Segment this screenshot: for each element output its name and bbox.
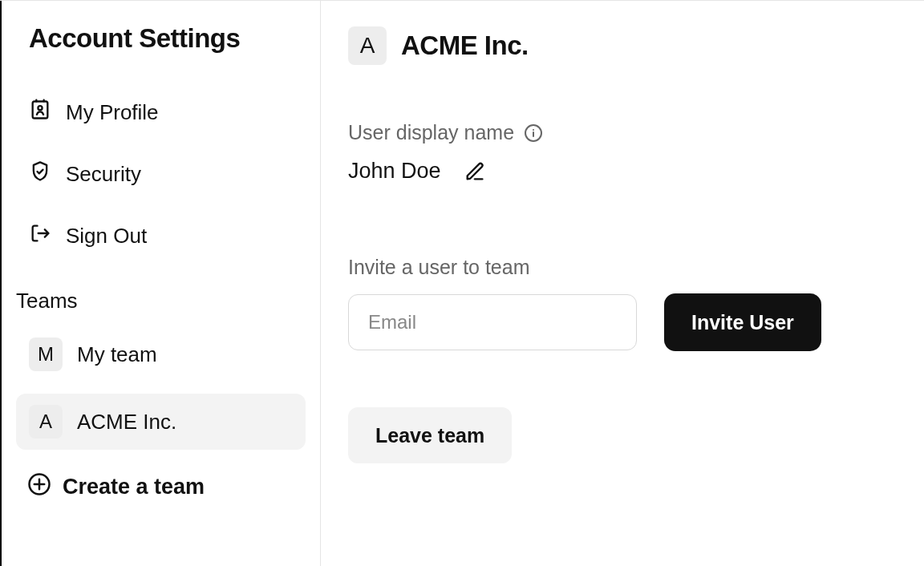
team-item-label: ACME Inc. [77, 410, 176, 435]
create-team-label: Create a team [63, 475, 205, 499]
invite-user-button[interactable]: Invite User [664, 293, 821, 351]
sidebar-item-security[interactable]: Security [16, 151, 306, 198]
sidebar-item-my-profile[interactable]: My Profile [16, 89, 306, 136]
team-header: A ACME Inc. [348, 26, 897, 65]
invite-label: Invite a user to team [348, 256, 897, 279]
signout-icon [29, 222, 51, 250]
invite-email-input[interactable] [348, 294, 637, 350]
create-team-button[interactable]: Create a team [16, 461, 306, 513]
display-name-row: John Doe [348, 159, 897, 184]
profile-icon [29, 99, 51, 127]
avatar: A [348, 26, 387, 65]
plus-circle-icon [27, 472, 51, 502]
info-icon[interactable] [524, 123, 543, 143]
invite-row: Invite User [348, 293, 897, 351]
sidebar: Account Settings My Profile Security [0, 1, 321, 566]
display-name-value: John Doe [348, 159, 441, 184]
display-name-label: User display name [348, 121, 897, 144]
team-item-acme[interactable]: A ACME Inc. [16, 394, 306, 450]
edit-icon[interactable] [464, 160, 486, 183]
sidebar-item-label: My Profile [66, 100, 159, 125]
avatar: M [29, 338, 63, 371]
sidebar-item-label: Sign Out [66, 224, 147, 249]
team-item-my-team[interactable]: M My team [16, 326, 306, 382]
main-content: A ACME Inc. User display name John Doe I… [321, 1, 924, 566]
teams-section-label: Teams [16, 289, 306, 313]
svg-point-1 [38, 106, 42, 110]
team-name: ACME Inc. [401, 30, 529, 61]
display-name-label-text: User display name [348, 121, 514, 144]
shield-icon [29, 160, 51, 188]
sidebar-item-sign-out[interactable]: Sign Out [16, 212, 306, 260]
team-item-label: My team [77, 342, 157, 367]
sidebar-item-label: Security [66, 162, 141, 187]
avatar: A [29, 405, 63, 439]
leave-team-button[interactable]: Leave team [348, 407, 512, 463]
page-title: Account Settings [29, 23, 306, 54]
